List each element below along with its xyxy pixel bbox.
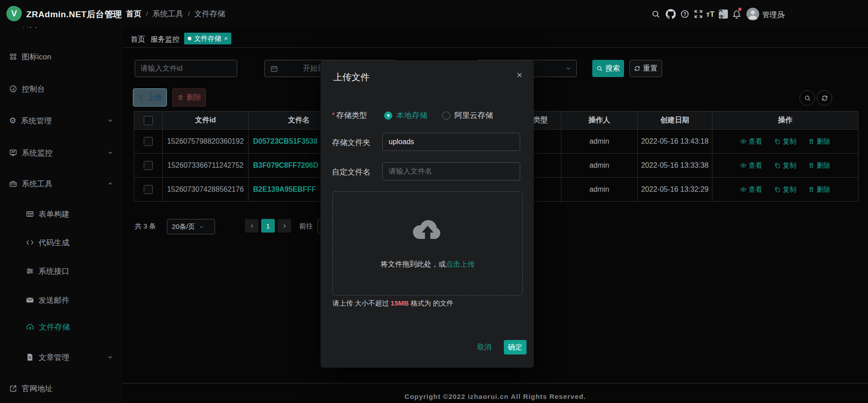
svg-text:?: ? — [683, 12, 686, 17]
tab-file-storage[interactable]: 文件存储 × — [184, 33, 231, 44]
sidebar-collapse-icon[interactable] — [107, 10, 117, 18]
font-size-icon[interactable]: тT — [706, 10, 715, 19]
help-icon[interactable]: ? — [680, 10, 689, 19]
sidebar-item-icons[interactable]: 图标icon — [0, 48, 122, 66]
footer-divider — [122, 383, 868, 384]
table-refresh-icon[interactable] — [817, 90, 832, 106]
file-id-input[interactable] — [135, 60, 237, 77]
chevron-down-icon — [107, 117, 113, 124]
upload-dialog: 上传文件 × * 存储类型 本地存储 阿里云存储 存储文件夹 自定文件名 将文件… — [321, 60, 534, 368]
row-checkbox[interactable] — [144, 185, 153, 194]
view-link[interactable]: 查看 — [740, 161, 762, 170]
delete-button[interactable]: 删除 — [172, 88, 206, 107]
gear-icon: ⚙ — [9, 117, 16, 125]
sidebar-item-articles[interactable]: 文章管理 — [0, 348, 122, 366]
storage-type-row: * 存储类型 — [332, 110, 367, 121]
col-file-id: 文件id — [163, 112, 249, 129]
copy-link[interactable]: 复制 — [774, 137, 796, 146]
dialog-title: 上传文件 — [333, 71, 370, 83]
view-link[interactable]: 查看 — [740, 137, 762, 146]
radio-local-storage[interactable]: 本地存储 — [384, 110, 427, 121]
select-all-cell — [134, 112, 163, 129]
col-created: 创建日期 — [638, 112, 712, 129]
tags-view-bar: 首页 服务监控 文件存储 × — [122, 29, 868, 48]
confirm-button[interactable]: 确定 — [504, 340, 527, 354]
created-date: 2022-05-16 13:32:29 — [638, 178, 712, 201]
view-link[interactable]: 查看 — [740, 185, 762, 194]
document-icon — [26, 353, 34, 361]
sidebar-item-send-mail[interactable]: 发送邮件 — [0, 291, 122, 309]
sidebar-item-console[interactable]: 控制台 — [0, 80, 122, 98]
fullscreen-icon[interactable] — [694, 10, 703, 19]
next-page-button[interactable] — [278, 219, 291, 233]
folder-label: 存储文件夹 — [332, 137, 371, 148]
delete-link[interactable]: 删除 — [808, 137, 830, 146]
col-actions: 操作 — [712, 112, 858, 129]
calendar-icon — [270, 65, 278, 73]
breadcrumb-file-storage[interactable]: 文件存储 — [194, 9, 225, 19]
upload-button[interactable]: 上传 — [133, 88, 167, 107]
radio-unselected-icon — [442, 112, 450, 120]
table-search-toggle-icon[interactable] — [800, 90, 815, 106]
goto-label: 前往 — [299, 222, 313, 231]
close-tab-icon[interactable]: × — [224, 35, 228, 42]
select-all-checkbox[interactable] — [144, 116, 153, 125]
sidebar-item-system-admin[interactable]: ⚙ 系统管理 — [0, 112, 122, 130]
sidebar-item-form-builder[interactable]: 表单构建 — [0, 205, 122, 223]
monitor-icon — [9, 149, 17, 157]
search-icon[interactable] — [651, 10, 660, 19]
sidebar-item-system-api[interactable]: 系统接口 — [0, 262, 122, 280]
radio-selected-icon — [384, 112, 392, 120]
size-limit: 15MB — [390, 299, 409, 307]
cancel-button[interactable]: 取消 — [473, 340, 496, 354]
avatar[interactable] — [746, 8, 759, 20]
translate-icon[interactable]: A文 — [719, 10, 728, 19]
sidebar-item-file-storage[interactable]: 文件存储 — [0, 318, 122, 336]
created-date: 2022-05-16 13:33:38 — [638, 154, 712, 177]
page-size-select[interactable]: 20条/页 — [167, 219, 215, 234]
breadcrumb-home[interactable]: 首页 — [126, 9, 141, 19]
sidebar-item-system-tools[interactable]: 系统工具 — [0, 175, 122, 193]
radio-aliyun-storage[interactable]: 阿里云存储 — [442, 110, 493, 121]
dropzone-text: 将文件拖到此处，或点击上传 — [333, 260, 522, 269]
form-table-icon — [26, 210, 34, 218]
breadcrumb-system-tools[interactable]: 系统工具 — [152, 9, 183, 19]
copy-link[interactable]: 复制 — [774, 185, 796, 194]
search-button[interactable]: 搜索 — [592, 60, 624, 77]
reset-button[interactable]: 重置 — [629, 60, 662, 77]
col-operator: 操作人 — [561, 112, 638, 129]
storage-type-label: 存储类型 — [336, 110, 367, 121]
upload-tip: 请上传 大小不超过 15MB 格式为 的文件 — [332, 299, 454, 308]
filename-input[interactable] — [382, 162, 520, 180]
tab-service-monitor[interactable]: 服务监控 — [151, 35, 180, 44]
delete-link[interactable]: 删除 — [808, 185, 830, 194]
mail-icon — [26, 296, 34, 304]
close-icon[interactable]: × — [517, 70, 522, 80]
click-to-upload-link[interactable]: 点击上传 — [446, 260, 475, 268]
copyright-text: Copyright ©2022 izhaorui.cn All Rights R… — [382, 393, 609, 400]
app-header: V ZRAdmin.NET后台管理 首页 / 系统工具 / 文件存储 ? тT … — [0, 0, 868, 27]
tab-home[interactable]: 首页 — [131, 35, 145, 44]
row-checkbox[interactable] — [144, 161, 153, 170]
sidebar-item-system-monitor[interactable]: 系统监控 — [0, 144, 122, 162]
bell-icon[interactable] — [732, 9, 741, 19]
breadcrumb: 首页 / 系统工具 / 文件存储 — [126, 9, 225, 19]
sidebar-item-website[interactable]: 官网地址 — [0, 379, 122, 398]
prev-page-button[interactable] — [245, 219, 258, 233]
folder-input[interactable] — [382, 133, 520, 151]
required-asterisk: * — [332, 112, 335, 120]
copy-link[interactable]: 复制 — [774, 161, 796, 170]
operator: admin — [561, 154, 638, 177]
upload-dropzone[interactable]: 将文件拖到此处，或点击上传 — [332, 191, 523, 296]
operator: admin — [561, 130, 638, 153]
delete-link[interactable]: 删除 — [808, 161, 830, 170]
chevron-down-icon — [565, 65, 571, 72]
row-checkbox[interactable] — [144, 137, 153, 146]
operator: admin — [561, 178, 638, 201]
sidebar-item-code-gen[interactable]: 代码生成 — [0, 233, 122, 252]
chevron-down-icon[interactable] — [780, 12, 786, 18]
page-number-button[interactable]: 1 — [261, 219, 275, 233]
chevron-down-icon — [199, 224, 205, 230]
github-icon[interactable] — [666, 9, 676, 19]
code-icon — [26, 238, 34, 247]
